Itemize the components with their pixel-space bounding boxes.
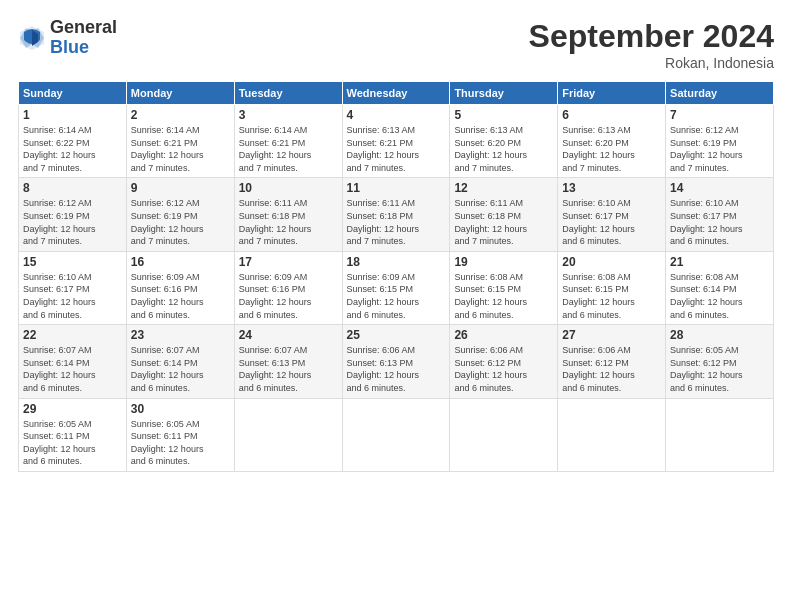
title-block: September 2024 Rokan, Indonesia [529,18,774,71]
day-info: Sunrise: 6:08 AMSunset: 6:15 PMDaylight:… [562,271,661,321]
day-number: 5 [454,108,553,122]
day-number: 4 [347,108,446,122]
day-info: Sunrise: 6:12 AMSunset: 6:19 PMDaylight:… [23,197,122,247]
table-row: 28Sunrise: 6:05 AMSunset: 6:12 PMDayligh… [666,325,774,398]
logo: General Blue [18,18,117,58]
table-row: 16Sunrise: 6:09 AMSunset: 6:16 PMDayligh… [126,251,234,324]
day-number: 17 [239,255,338,269]
day-number: 20 [562,255,661,269]
calendar-header: Sunday Monday Tuesday Wednesday Thursday… [19,82,774,105]
day-info: Sunrise: 6:08 AMSunset: 6:15 PMDaylight:… [454,271,553,321]
day-info: Sunrise: 6:13 AMSunset: 6:21 PMDaylight:… [347,124,446,174]
table-row: 15Sunrise: 6:10 AMSunset: 6:17 PMDayligh… [19,251,127,324]
table-row [450,398,558,471]
day-number: 22 [23,328,122,342]
table-row: 5Sunrise: 6:13 AMSunset: 6:20 PMDaylight… [450,105,558,178]
table-row [234,398,342,471]
day-info: Sunrise: 6:06 AMSunset: 6:12 PMDaylight:… [454,344,553,394]
day-number: 25 [347,328,446,342]
day-info: Sunrise: 6:14 AMSunset: 6:22 PMDaylight:… [23,124,122,174]
day-number: 14 [670,181,769,195]
day-number: 28 [670,328,769,342]
day-info: Sunrise: 6:09 AMSunset: 6:15 PMDaylight:… [347,271,446,321]
day-info: Sunrise: 6:13 AMSunset: 6:20 PMDaylight:… [562,124,661,174]
th-friday: Friday [558,82,666,105]
subtitle: Rokan, Indonesia [529,55,774,71]
day-number: 29 [23,402,122,416]
table-row: 19Sunrise: 6:08 AMSunset: 6:15 PMDayligh… [450,251,558,324]
day-number: 21 [670,255,769,269]
day-info: Sunrise: 6:12 AMSunset: 6:19 PMDaylight:… [670,124,769,174]
logo-icon [18,24,46,52]
day-info: Sunrise: 6:10 AMSunset: 6:17 PMDaylight:… [670,197,769,247]
day-number: 15 [23,255,122,269]
table-row: 10Sunrise: 6:11 AMSunset: 6:18 PMDayligh… [234,178,342,251]
day-number: 13 [562,181,661,195]
th-wednesday: Wednesday [342,82,450,105]
logo-general-text: General [50,18,117,38]
table-row: 18Sunrise: 6:09 AMSunset: 6:15 PMDayligh… [342,251,450,324]
day-number: 7 [670,108,769,122]
day-number: 3 [239,108,338,122]
day-info: Sunrise: 6:11 AMSunset: 6:18 PMDaylight:… [347,197,446,247]
day-info: Sunrise: 6:07 AMSunset: 6:13 PMDaylight:… [239,344,338,394]
day-info: Sunrise: 6:05 AMSunset: 6:11 PMDaylight:… [131,418,230,468]
table-row [342,398,450,471]
page: General Blue September 2024 Rokan, Indon… [0,0,792,612]
table-row: 6Sunrise: 6:13 AMSunset: 6:20 PMDaylight… [558,105,666,178]
th-monday: Monday [126,82,234,105]
header-row: Sunday Monday Tuesday Wednesday Thursday… [19,82,774,105]
day-number: 30 [131,402,230,416]
day-info: Sunrise: 6:06 AMSunset: 6:13 PMDaylight:… [347,344,446,394]
day-number: 18 [347,255,446,269]
day-info: Sunrise: 6:07 AMSunset: 6:14 PMDaylight:… [23,344,122,394]
table-row: 7Sunrise: 6:12 AMSunset: 6:19 PMDaylight… [666,105,774,178]
day-info: Sunrise: 6:09 AMSunset: 6:16 PMDaylight:… [239,271,338,321]
day-info: Sunrise: 6:06 AMSunset: 6:12 PMDaylight:… [562,344,661,394]
table-row: 30Sunrise: 6:05 AMSunset: 6:11 PMDayligh… [126,398,234,471]
table-row: 29Sunrise: 6:05 AMSunset: 6:11 PMDayligh… [19,398,127,471]
day-number: 16 [131,255,230,269]
day-number: 9 [131,181,230,195]
day-number: 19 [454,255,553,269]
table-row: 11Sunrise: 6:11 AMSunset: 6:18 PMDayligh… [342,178,450,251]
table-row [558,398,666,471]
day-number: 26 [454,328,553,342]
day-number: 2 [131,108,230,122]
header: General Blue September 2024 Rokan, Indon… [18,18,774,71]
table-row: 26Sunrise: 6:06 AMSunset: 6:12 PMDayligh… [450,325,558,398]
table-row: 13Sunrise: 6:10 AMSunset: 6:17 PMDayligh… [558,178,666,251]
table-row: 2Sunrise: 6:14 AMSunset: 6:21 PMDaylight… [126,105,234,178]
logo-blue-text: Blue [50,38,117,58]
table-row: 4Sunrise: 6:13 AMSunset: 6:21 PMDaylight… [342,105,450,178]
day-number: 12 [454,181,553,195]
day-number: 6 [562,108,661,122]
day-number: 8 [23,181,122,195]
table-row: 21Sunrise: 6:08 AMSunset: 6:14 PMDayligh… [666,251,774,324]
table-row: 8Sunrise: 6:12 AMSunset: 6:19 PMDaylight… [19,178,127,251]
month-title: September 2024 [529,18,774,55]
th-sunday: Sunday [19,82,127,105]
table-row: 23Sunrise: 6:07 AMSunset: 6:14 PMDayligh… [126,325,234,398]
table-row: 3Sunrise: 6:14 AMSunset: 6:21 PMDaylight… [234,105,342,178]
day-info: Sunrise: 6:05 AMSunset: 6:11 PMDaylight:… [23,418,122,468]
table-row: 17Sunrise: 6:09 AMSunset: 6:16 PMDayligh… [234,251,342,324]
day-info: Sunrise: 6:10 AMSunset: 6:17 PMDaylight:… [23,271,122,321]
th-thursday: Thursday [450,82,558,105]
table-row: 24Sunrise: 6:07 AMSunset: 6:13 PMDayligh… [234,325,342,398]
day-info: Sunrise: 6:13 AMSunset: 6:20 PMDaylight:… [454,124,553,174]
th-tuesday: Tuesday [234,82,342,105]
day-number: 23 [131,328,230,342]
table-row: 14Sunrise: 6:10 AMSunset: 6:17 PMDayligh… [666,178,774,251]
day-info: Sunrise: 6:14 AMSunset: 6:21 PMDaylight:… [131,124,230,174]
day-info: Sunrise: 6:14 AMSunset: 6:21 PMDaylight:… [239,124,338,174]
table-row [666,398,774,471]
day-info: Sunrise: 6:11 AMSunset: 6:18 PMDaylight:… [454,197,553,247]
day-number: 27 [562,328,661,342]
calendar-body: 1Sunrise: 6:14 AMSunset: 6:22 PMDaylight… [19,105,774,472]
day-info: Sunrise: 6:09 AMSunset: 6:16 PMDaylight:… [131,271,230,321]
table-row: 22Sunrise: 6:07 AMSunset: 6:14 PMDayligh… [19,325,127,398]
day-number: 10 [239,181,338,195]
day-info: Sunrise: 6:10 AMSunset: 6:17 PMDaylight:… [562,197,661,247]
calendar-table: Sunday Monday Tuesday Wednesday Thursday… [18,81,774,472]
